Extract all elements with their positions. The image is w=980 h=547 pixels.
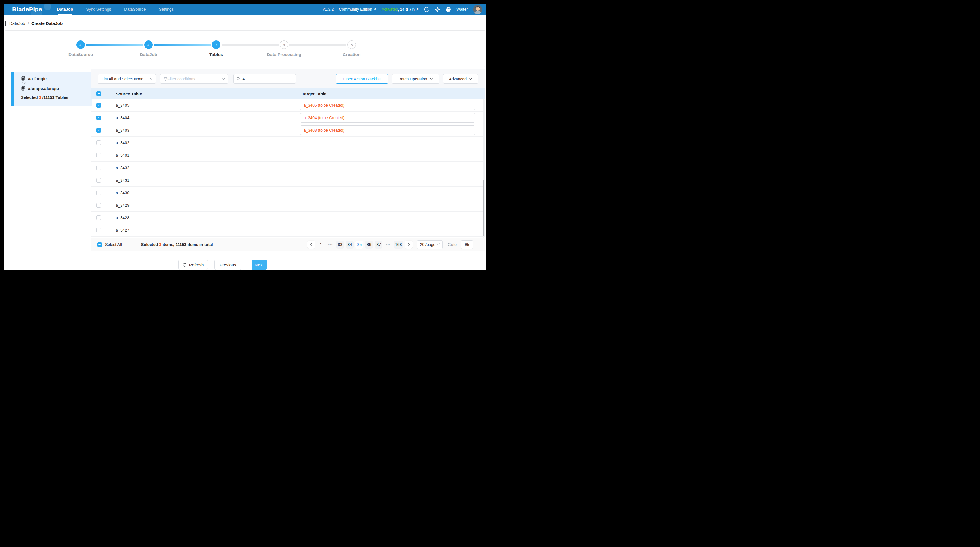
brand-logo[interactable]: BladePipe xyxy=(12,6,42,13)
chevron-down-icon xyxy=(222,78,225,80)
select-mode-value: List All and Select None xyxy=(102,77,143,81)
database-icon xyxy=(21,86,25,91)
select-all-label[interactable]: Select All xyxy=(105,242,122,247)
table-toolbar: List All and Select None Filter conditio… xyxy=(91,69,485,88)
row-checkbox[interactable] xyxy=(97,178,101,183)
table-row: a_3431 xyxy=(91,174,485,187)
target-table-column-header: Target Table xyxy=(297,88,485,99)
table-body: ✓ a_3405 a_3405 (to be Created) ✓ a_3404… xyxy=(91,99,485,238)
row-checkbox[interactable] xyxy=(97,191,101,195)
advanced-dropdown[interactable]: Advanced xyxy=(443,74,478,83)
select-all-checkbox[interactable] xyxy=(97,242,102,247)
page-size-select[interactable]: 20 /page xyxy=(417,240,443,249)
target-table-input[interactable]: a_3403 (to be Created) xyxy=(300,125,475,135)
check-icon: ✓ xyxy=(79,43,82,47)
target-table-input[interactable]: a_3405 (to be Created) xyxy=(300,100,475,110)
page-number-84[interactable]: 84 xyxy=(346,241,354,249)
source-table-cell: a_3403 xyxy=(106,124,297,136)
step-connector xyxy=(154,44,211,46)
edition-link[interactable]: Community Edition↗ xyxy=(339,7,376,11)
row-checkbox[interactable] xyxy=(97,228,101,233)
chevron-down-icon xyxy=(469,78,472,80)
content-region: aa-fanqie afanqie.afanqie Selected 3 /11… xyxy=(11,69,485,251)
step-label: DataSource xyxy=(68,52,93,57)
language-globe-icon[interactable] xyxy=(445,7,451,12)
next-button[interactable]: Next xyxy=(251,260,267,270)
refresh-icon xyxy=(183,263,187,267)
nav-item-datajob[interactable]: DataJob xyxy=(57,4,73,15)
target-datasource-row[interactable]: afanqie.afanqie xyxy=(21,85,92,92)
header-select-checkbox[interactable] xyxy=(97,91,101,96)
pagination-ellipsis: ••• xyxy=(326,241,334,249)
page-number-83[interactable]: 83 xyxy=(336,241,344,249)
sidebar-active-bar xyxy=(11,72,14,106)
search-icon xyxy=(237,77,240,81)
source-table-cell: a_3431 xyxy=(106,174,297,186)
user-avatar[interactable] xyxy=(473,5,482,14)
page-number-1[interactable]: 1 xyxy=(317,241,325,249)
breadcrumb-parent[interactable]: DataJob xyxy=(10,21,25,26)
summary-count-number: 3 xyxy=(159,242,161,247)
wizard-action-bar: Refresh Previous Next xyxy=(178,260,267,270)
target-datasource-name: afanqie.afanqie xyxy=(28,86,59,91)
row-checkbox[interactable]: ✓ xyxy=(97,103,101,108)
theme-sun-icon[interactable] xyxy=(435,7,440,12)
page-number-85[interactable]: 85 xyxy=(355,241,363,249)
step-label: Tables xyxy=(209,52,223,57)
source-table-column-header: Source Table xyxy=(106,88,297,99)
main-nav: DataJobSync SettingsDataSourceSettings xyxy=(57,4,174,15)
chevron-right-icon xyxy=(407,242,410,246)
step-label: DataJob xyxy=(140,52,157,57)
goto-page-input[interactable] xyxy=(461,240,473,249)
step-connector xyxy=(86,44,143,46)
table-row: a_3428 xyxy=(91,212,485,224)
selection-summary: Selected 3 items, 11153 items in total xyxy=(141,242,213,247)
nav-item-settings[interactable]: Settings xyxy=(159,4,174,15)
table-scrollbar-track[interactable] xyxy=(483,99,485,238)
table-search-box xyxy=(234,74,296,83)
row-checkbox[interactable]: ✓ xyxy=(97,128,101,132)
step-indicator-creation: 5 xyxy=(347,40,356,49)
row-checkbox[interactable] xyxy=(97,215,101,220)
next-page-button[interactable] xyxy=(405,241,413,249)
row-checkbox[interactable]: ✓ xyxy=(97,115,101,120)
license-status[interactable]: Activated, 14 d 7 h↗ xyxy=(382,7,419,11)
nav-item-datasource[interactable]: DataSource xyxy=(124,4,146,15)
batch-operation-dropdown[interactable]: Batch Operation xyxy=(392,74,439,83)
prev-page-button[interactable] xyxy=(307,241,315,249)
username-label[interactable]: Walter xyxy=(457,7,468,11)
top-navbar: BladePipe DataJobSync SettingsDataSource… xyxy=(4,4,486,15)
sidebar-selected-item[interactable]: aa-fanqie afanqie.afanqie Selected 3 /11… xyxy=(11,72,92,106)
page-number-87[interactable]: 87 xyxy=(375,241,382,249)
target-table-input[interactable]: a_3404 (to be Created) xyxy=(300,113,475,123)
pagination-ellipsis: ••• xyxy=(384,241,392,249)
open-action-blacklist-button[interactable]: Open Action Blacklist xyxy=(336,74,388,83)
app-window: BladePipe DataJobSync SettingsDataSource… xyxy=(4,4,486,270)
row-checkbox[interactable] xyxy=(97,153,101,158)
breadcrumb-separator: / xyxy=(28,21,29,26)
page-number-168[interactable]: 168 xyxy=(394,241,403,249)
step-indicator-data-processing: 4 xyxy=(280,40,288,49)
row-checkbox[interactable] xyxy=(97,166,101,170)
refresh-button[interactable]: Refresh xyxy=(178,260,208,270)
page-number-86[interactable]: 86 xyxy=(365,241,373,249)
selected-tables-count: Selected 3 /11153 Tables xyxy=(21,95,92,100)
source-table-cell: a_3432 xyxy=(106,162,297,174)
select-mode-dropdown[interactable]: List All and Select None xyxy=(98,74,156,83)
table-footer: Select All Selected 3 items, 11153 items… xyxy=(91,238,485,251)
row-checkbox[interactable] xyxy=(97,203,101,207)
row-checkbox[interactable] xyxy=(97,140,101,145)
previous-button[interactable]: Previous xyxy=(215,260,241,270)
search-input[interactable] xyxy=(242,77,293,81)
chevron-left-icon xyxy=(310,242,313,246)
help-icon[interactable]: ? xyxy=(424,7,430,12)
selected-count-number: 3 xyxy=(39,95,41,100)
step-label: Data Processing xyxy=(267,52,301,57)
table-scrollbar-thumb[interactable] xyxy=(483,180,484,236)
nav-item-sync-settings[interactable]: Sync Settings xyxy=(86,4,111,15)
filter-conditions-dropdown[interactable]: Filter conditions xyxy=(160,74,228,83)
external-link-icon: ↗ xyxy=(373,7,376,11)
filter-funnel-icon xyxy=(164,77,167,81)
source-datasource-row[interactable]: aa-fanqie xyxy=(21,75,92,82)
step-indicator-tables: 3 xyxy=(212,40,220,49)
